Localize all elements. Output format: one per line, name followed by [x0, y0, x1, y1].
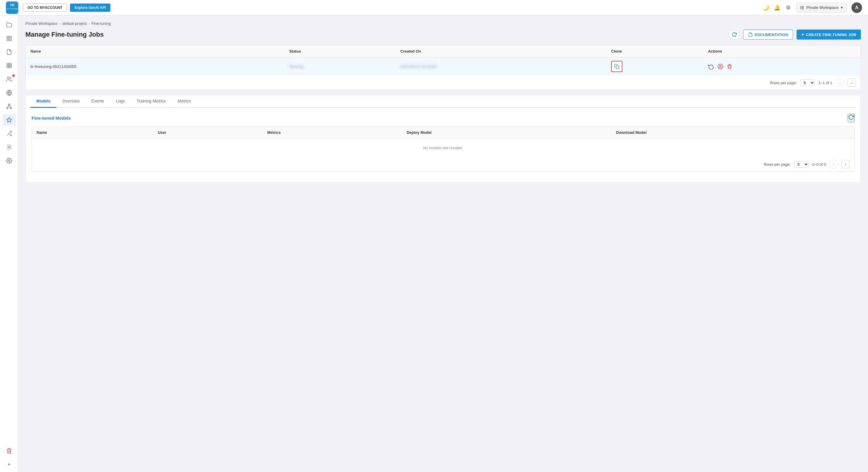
job-name: tir-finetuning-06211434055	[26, 57, 285, 76]
breadcrumb-sep-2: ›	[89, 21, 90, 26]
myaccount-button[interactable]: GO TO MYACCOUNT	[23, 4, 67, 12]
breadcrumb-project[interactable]: default-project	[62, 21, 87, 26]
job-status: Running	[285, 57, 396, 76]
jobs-table-card: Name Status Created On Clone Actions tir…	[25, 45, 861, 90]
create-finetuning-job-button[interactable]: + CREATE FINE-TUNING JOB	[797, 30, 861, 39]
page-header: Manage Fine-tuning Jobs DOCUMENTATION + …	[25, 29, 861, 40]
models-title: Fine-tuned Models	[32, 116, 71, 120]
plus-icon: +	[801, 32, 804, 37]
col-model-name: Name	[32, 127, 153, 139]
create-label: CREATE FINE-TUNING JOB	[806, 32, 856, 37]
delete-button[interactable]	[727, 64, 732, 69]
avatar-button[interactable]: A	[851, 2, 862, 13]
sidebar-item-grid[interactable]	[2, 60, 16, 71]
pagination-next-button[interactable]: ›	[848, 79, 856, 87]
models-pagination: Rows per page: 5 10 25 0–0 of 0 ‹ ›	[32, 157, 855, 171]
tab-events[interactable]: Events	[86, 95, 110, 108]
users-badge	[12, 75, 15, 77]
sidebar-item-registry[interactable]	[2, 141, 16, 153]
navbar: TIR AI PLATFORM GO TO MYACCOUNT Explore …	[0, 0, 868, 16]
notifications-icon[interactable]: 🔔	[774, 4, 780, 11]
models-pagination-prev-button[interactable]: ‹	[830, 160, 838, 168]
tabs-body: Fine-tuned Models Name User Metrics	[26, 108, 861, 182]
breadcrumb-current: Fine-tuning	[92, 21, 111, 26]
jobs-table-wrapper: Name Status Created On Clone Actions tir…	[26, 46, 861, 76]
svg-rect-26	[719, 66, 721, 67]
page-actions: DOCUMENTATION + CREATE FINE-TUNING JOB	[729, 29, 861, 40]
sidebar-item-deploy[interactable]	[2, 87, 16, 99]
breadcrumb: Private Workspace › default-project › Fi…	[25, 21, 861, 26]
clone-button[interactable]	[611, 61, 622, 72]
models-pagination-next-button[interactable]: ›	[841, 160, 850, 168]
documentation-button[interactable]: DOCUMENTATION	[743, 30, 793, 39]
col-name: Name	[26, 46, 285, 57]
tab-metrics[interactable]: Metrics	[172, 95, 197, 108]
models-refresh-button[interactable]	[848, 114, 855, 122]
sidebar-bottom: »	[0, 445, 18, 468]
sidebar-item-finetuning[interactable]	[2, 114, 16, 126]
sidebar-item-users[interactable]	[2, 73, 16, 85]
col-model-deploy: Deploy Model	[402, 127, 611, 139]
models-table: Name User Metrics Deploy Model Download …	[32, 127, 855, 157]
jobs-table: Name Status Created On Clone Actions tir…	[26, 46, 861, 76]
breadcrumb-sep-1: ›	[59, 21, 61, 26]
pagination-range: 1–1 of 1	[818, 81, 832, 85]
restart-button[interactable]	[708, 63, 714, 69]
breadcrumb-workspace[interactable]: Private Workspace	[25, 21, 58, 26]
rows-per-page-label: Rows per page:	[770, 81, 797, 85]
logo: TIR AI PLATFORM	[6, 1, 18, 14]
workspace-label: Private Workspace	[806, 5, 838, 10]
col-created-on: Created On	[396, 46, 607, 57]
sidebar-item-integrations[interactable]	[2, 127, 16, 140]
tab-models[interactable]: Models	[30, 95, 56, 108]
navbar-buttons: GO TO MYACCOUNT Explore GenAI API	[23, 4, 111, 12]
models-empty-row: No models are created.	[32, 139, 855, 157]
models-rows-per-page-select[interactable]: 5 10 25	[794, 161, 809, 168]
svg-line-19	[9, 106, 11, 108]
sidebar-item-document[interactable]	[2, 46, 16, 58]
rows-per-page-select[interactable]: 5 10 25	[800, 80, 815, 86]
workspace-selector[interactable]: ⊞ Private Workspace ▾	[796, 3, 847, 12]
sidebar-item-settings[interactable]	[2, 155, 16, 167]
models-empty-message: No models are created.	[32, 139, 855, 157]
sidebar-item-folder[interactable]	[2, 19, 16, 31]
svg-point-15	[8, 104, 10, 106]
jobs-pagination: Rows per page: 5 10 25 1–1 of 1 ‹ ›	[26, 76, 861, 90]
sidebar-item-network[interactable]	[2, 100, 16, 112]
models-table-card: Name User Metrics Deploy Model Download …	[32, 126, 855, 172]
job-actions-cell	[703, 57, 861, 76]
tabs: Models Overview Events Logs Training Met…	[30, 95, 856, 108]
svg-rect-7	[7, 63, 11, 68]
sidebar-top	[0, 19, 18, 167]
svg-point-17	[10, 107, 11, 109]
svg-rect-5	[9, 39, 11, 41]
genai-api-button[interactable]: Explore GenAI API	[70, 4, 111, 12]
svg-rect-3	[7, 36, 8, 38]
col-clone: Clone	[607, 46, 703, 57]
pagination-prev-button[interactable]: ‹	[836, 79, 844, 87]
col-actions: Actions	[703, 46, 861, 57]
tab-logs[interactable]: Logs	[110, 95, 130, 108]
models-rows-per-page-label: Rows per page:	[764, 162, 790, 167]
job-created-on: 2024-06-21 14:34:05	[396, 57, 607, 76]
svg-line-18	[7, 106, 9, 108]
sidebar-item-trash[interactable]	[2, 445, 16, 456]
sidebar-item-dashboard[interactable]	[2, 32, 16, 44]
sidebar-expand-button[interactable]: »	[2, 460, 16, 468]
refresh-button[interactable]	[729, 29, 740, 40]
col-model-download: Download Model	[611, 127, 855, 139]
tab-training-metrics[interactable]: Training Metrics	[131, 95, 172, 108]
theme-toggle-icon[interactable]: 🌙	[763, 4, 769, 11]
models-table-wrapper: Name User Metrics Deploy Model Download …	[32, 127, 855, 157]
job-clone-cell	[607, 57, 703, 76]
svg-point-12	[7, 77, 9, 79]
models-header: Fine-tuned Models	[32, 114, 855, 122]
models-pagination-range: 0–0 of 0	[812, 162, 826, 167]
svg-rect-4	[9, 36, 11, 38]
documentation-label: DOCUMENTATION	[755, 32, 788, 37]
stop-button[interactable]	[717, 63, 723, 69]
settings-icon[interactable]: ⚙	[785, 4, 792, 11]
tab-overview[interactable]: Overview	[56, 95, 85, 108]
svg-rect-24	[616, 66, 619, 69]
svg-text:AI PLATFORM: AI PLATFORM	[6, 8, 18, 10]
